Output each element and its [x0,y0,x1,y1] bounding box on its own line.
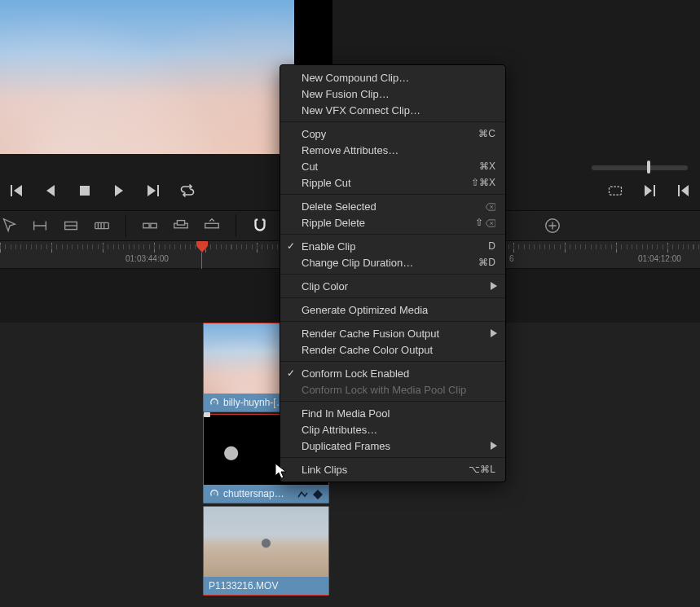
menu-copy[interactable]: Copy⌘C [280,125,505,142]
menu-clip-color[interactable]: Clip Color [280,278,505,294]
clip-speed-icon [209,488,220,499]
menu-ripple-delete[interactable]: Ripple Delete⇧ [280,214,505,231]
clip-label-text: chuttersnap… [223,488,284,499]
menu-clip-attributes[interactable]: Clip Attributes… [280,421,505,438]
svg-rect-3 [95,222,109,228]
menu-new-fusion-clip[interactable]: New Fusion Clip… [280,86,505,102]
menu-conform-lock-enabled[interactable]: Conform Lock Enabled [280,365,505,381]
tool-insert-icon[interactable] [141,217,159,235]
menu-render-cache-color[interactable]: Render Cache Color Output [280,341,505,358]
menu-remove-attributes[interactable]: Remove Attributes… [280,142,505,158]
backspace-icon [486,218,495,228]
menu-enable-clip[interactable]: Enable ClipD [280,238,505,254]
svg-rect-5 [151,223,156,228]
ruler-label: 01:04:12:00 [638,254,681,263]
clip-label-text: billy-huynh-[… [223,397,286,408]
loop-icon[interactable] [179,183,196,199]
timeline-clip[interactable]: P1133216.MOV [203,506,329,596]
play-icon[interactable] [111,183,127,199]
menu-duplicated-frames[interactable]: Duplicated Frames [280,438,505,454]
add-track-icon[interactable] [544,217,561,235]
svg-rect-7 [177,221,184,226]
clip-context-menu: New Compound Clip… New Fusion Clip… New … [280,64,506,482]
clip-label-text: P1133216.MOV [209,580,278,592]
tool-blade-icon[interactable] [93,217,111,235]
menu-ripple-cut[interactable]: Ripple Cut⇧⌘X [280,174,505,191]
viewer-zoom-slider[interactable] [592,165,688,170]
ruler-label: 6 [509,254,514,263]
match-frame-icon[interactable] [607,183,623,199]
svg-rect-4 [143,223,149,228]
jump-last-icon[interactable] [145,183,161,199]
tool-overwrite-icon[interactable] [172,217,190,235]
clip-keyframe-icons[interactable] [297,489,324,500]
snap-icon[interactable] [251,217,269,235]
menu-new-vfx-connect-clip[interactable]: New VFX Connect Clip… [280,102,505,118]
clip-label-bar: P1133216.MOV [204,577,328,595]
menu-render-cache-fusion[interactable]: Render Cache Fusion Output [280,325,505,341]
backspace-icon [486,202,495,212]
menu-conform-lock-pool: Conform Lock with Media Pool Clip [280,381,505,398]
tool-selection-icon[interactable] [0,217,18,235]
svg-rect-8 [205,223,219,228]
menu-generate-optimized-media[interactable]: Generate Optimized Media [280,301,505,318]
menu-cut[interactable]: Cut⌘X [280,158,505,174]
tool-replace-icon[interactable] [203,217,221,235]
menu-link-clips[interactable]: Link Clips⌥⌘L [280,461,505,477]
menu-change-clip-duration[interactable]: Change Clip Duration…⌘D [280,254,505,271]
svg-rect-0 [80,186,90,196]
svg-rect-1 [610,187,622,195]
tool-trim-icon[interactable] [31,217,49,235]
jump-first-icon[interactable] [8,183,24,199]
menu-find-in-media-pool[interactable]: Find In Media Pool [280,405,505,421]
next-clip-icon[interactable] [641,183,658,199]
clip-label-bar: chuttersnap… [204,485,328,503]
tool-edit-icon[interactable] [62,217,80,235]
stop-icon[interactable] [77,183,93,199]
prev-clip-icon[interactable] [676,183,692,199]
menu-delete-selected[interactable]: Delete Selected [280,198,505,214]
menu-new-compound-clip[interactable]: New Compound Clip… [280,69,505,86]
viewer-zoom-knob[interactable] [647,161,650,174]
clip-fade-handle[interactable] [204,412,210,417]
clip-speed-icon [209,397,220,408]
ruler-label: 01:03:44:00 [125,254,169,263]
clip-thumbnail [204,507,328,577]
viewer-preview [0,0,294,154]
play-reverse-icon[interactable] [42,183,59,199]
